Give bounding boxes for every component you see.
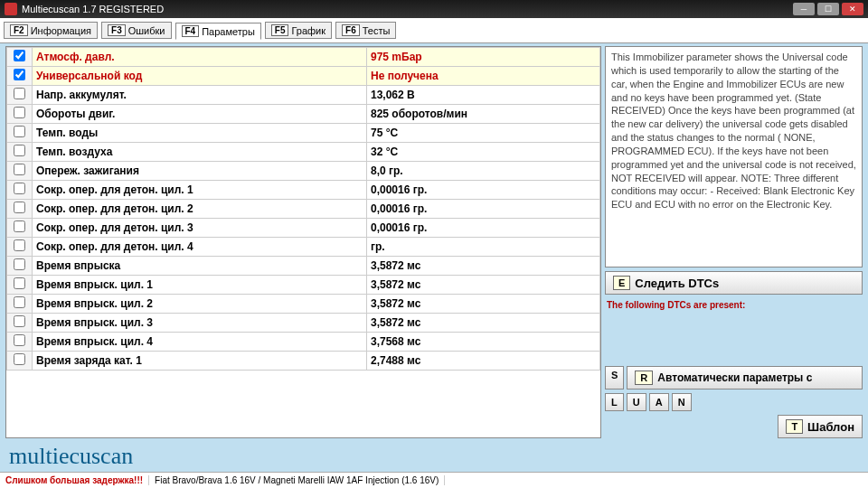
status-bar: Слишком большая задержка!!! Fiat Bravo/B… <box>0 472 868 488</box>
param-checkbox[interactable] <box>14 239 25 251</box>
param-name: Сокр. опер. для детон. цил. 4 <box>33 238 367 257</box>
param-value: 8,0 гр. <box>367 162 600 181</box>
button-u[interactable]: U <box>627 393 646 411</box>
window-title: Multiecuscan 1.7 REGISTERED <box>22 4 164 14</box>
param-name: Темп. воды <box>33 124 367 143</box>
param-name: Сокр. опер. для детон. цил. 2 <box>33 200 367 219</box>
param-checkbox[interactable] <box>14 296 25 308</box>
follow-dtcs-button[interactable]: E Следить DTCs <box>605 271 863 295</box>
status-vehicle: Fiat Bravo/Brava 1.6 16V / Magneti Marel… <box>149 475 445 485</box>
param-value: 975 mБар <box>367 48 600 67</box>
param-checkbox[interactable] <box>14 353 25 365</box>
param-row[interactable]: Сокр. опер. для детон. цил. 4 гр. <box>7 238 600 257</box>
param-value: 32 °C <box>367 143 600 162</box>
param-checkbox[interactable] <box>14 334 25 346</box>
param-checkbox[interactable] <box>14 50 25 61</box>
param-row[interactable]: Темп. воды75 °C <box>7 124 600 143</box>
button-n[interactable]: N <box>672 393 692 411</box>
param-name: Время впрыск. цил. 1 <box>33 276 367 295</box>
param-checkbox[interactable] <box>14 164 25 175</box>
param-checkbox[interactable] <box>14 69 25 80</box>
param-row[interactable]: Опереж. зажигания8,0 гр. <box>7 162 600 181</box>
tab-label: Информация <box>31 25 91 36</box>
param-value: гр. <box>367 238 600 257</box>
tab-f5[interactable]: F5График <box>265 22 332 39</box>
window-maximize-button[interactable]: ☐ <box>817 3 839 15</box>
window-close-button[interactable]: ✕ <box>842 3 863 15</box>
tab-f3[interactable]: F3Ошибки <box>101 22 171 39</box>
param-value: 3,7568 мс <box>367 333 600 352</box>
template-button[interactable]: T Шаблон <box>778 415 863 438</box>
param-row[interactable]: Сокр. опер. для детон. цил. 10,00016 гр. <box>7 181 600 200</box>
dtc-notice: The following DTCs are present: <box>605 298 863 312</box>
param-checkbox[interactable] <box>14 183 25 194</box>
param-checkbox[interactable] <box>14 145 25 156</box>
param-value: 0,00016 гр. <box>367 219 600 238</box>
param-row[interactable]: Время впрыск. цил. 23,5872 мс <box>7 295 600 314</box>
hotkey-t: T <box>786 419 803 434</box>
tab-f6[interactable]: F6Тесты <box>335 22 396 39</box>
param-name: Атмосф. давл. <box>33 48 367 67</box>
app-icon <box>5 3 17 15</box>
hotkey-r: R <box>635 371 653 385</box>
brand-logo: multiecuscan <box>0 441 868 472</box>
param-checkbox[interactable] <box>14 88 25 99</box>
fkey-badge: F6 <box>342 24 360 36</box>
param-value: Не получена <box>367 67 600 86</box>
button-s[interactable]: S <box>605 366 624 389</box>
param-value: 2,7488 мс <box>367 352 600 371</box>
param-row[interactable]: Темп. воздуха32 °C <box>7 143 600 162</box>
param-value: 3,5872 мс <box>367 295 600 314</box>
param-row[interactable]: Время впрыск. цил. 13,5872 мс <box>7 276 600 295</box>
param-name: Сокр. опер. для детон. цил. 3 <box>33 219 367 238</box>
param-name: Универсальной код <box>33 67 367 86</box>
window-minimize-button[interactable]: ─ <box>793 3 815 15</box>
param-name: Опереж. зажигания <box>33 162 367 181</box>
param-row[interactable]: Время впрыск. цил. 33,5872 мс <box>7 314 600 333</box>
tab-bar: F2ИнформацияF3ОшибкиF4ПараметрыF5ГрафикF… <box>0 18 868 43</box>
parameter-info-text: This Immobilizer parameter shows the Uni… <box>605 46 863 267</box>
parameter-table-panel: Атмосф. давл.975 mБарУниверсальной кодНе… <box>5 46 601 438</box>
tab-label: График <box>291 25 326 36</box>
auto-params-label: Автоматически параметры с <box>657 371 812 384</box>
param-row[interactable]: Сокр. опер. для детон. цил. 30,00016 гр. <box>7 219 600 238</box>
param-row[interactable]: Время впрыск. цил. 43,7568 мс <box>7 333 600 352</box>
param-row[interactable]: Обороты двиг.825 оборотов/мин <box>7 105 600 124</box>
tab-label: Ошибки <box>128 25 165 36</box>
param-value: 3,5872 мс <box>367 276 600 295</box>
param-row[interactable]: Напр. аккумулят.13,062 В <box>7 86 600 105</box>
tab-label: Параметры <box>202 26 255 37</box>
button-l[interactable]: L <box>605 393 624 411</box>
fkey-badge: F5 <box>271 24 289 36</box>
param-name: Время впрыск. цил. 2 <box>33 295 367 314</box>
tab-f2[interactable]: F2Информация <box>4 22 98 39</box>
param-checkbox[interactable] <box>14 277 25 289</box>
tab-f4[interactable]: F4Параметры <box>175 23 261 40</box>
param-checkbox[interactable] <box>14 202 25 213</box>
param-row[interactable]: Универсальной кодНе получена <box>7 67 600 86</box>
param-checkbox[interactable] <box>14 221 25 232</box>
param-name: Время впрыск. цил. 4 <box>33 333 367 352</box>
param-row[interactable]: Атмосф. давл.975 mБар <box>7 48 600 67</box>
param-value: 13,062 В <box>367 86 600 105</box>
tab-label: Тесты <box>363 25 391 36</box>
param-value: 3,5872 мс <box>367 257 600 276</box>
fkey-badge: F4 <box>182 25 200 37</box>
param-checkbox[interactable] <box>14 315 25 327</box>
button-a[interactable]: A <box>649 393 669 411</box>
param-name: Обороты двиг. <box>33 105 367 124</box>
window-titlebar: Multiecuscan 1.7 REGISTERED ─ ☐ ✕ <box>0 0 868 18</box>
param-row[interactable]: Время заряда кат. 12,7488 мс <box>7 352 600 371</box>
fkey-badge: F2 <box>10 24 28 36</box>
param-checkbox[interactable] <box>14 258 25 270</box>
hotkey-e: E <box>613 276 630 290</box>
param-checkbox[interactable] <box>14 126 25 137</box>
param-checkbox[interactable] <box>14 107 25 118</box>
param-name: Время впрыска <box>33 257 367 276</box>
param-row[interactable]: Время впрыска3,5872 мс <box>7 257 600 276</box>
param-name: Напр. аккумулят. <box>33 86 367 105</box>
param-value: 0,00016 гр. <box>367 200 600 219</box>
param-value: 75 °C <box>367 124 600 143</box>
param-row[interactable]: Сокр. опер. для детон. цил. 20,00016 гр. <box>7 200 600 219</box>
auto-params-button[interactable]: R Автоматически параметры с <box>627 366 863 389</box>
